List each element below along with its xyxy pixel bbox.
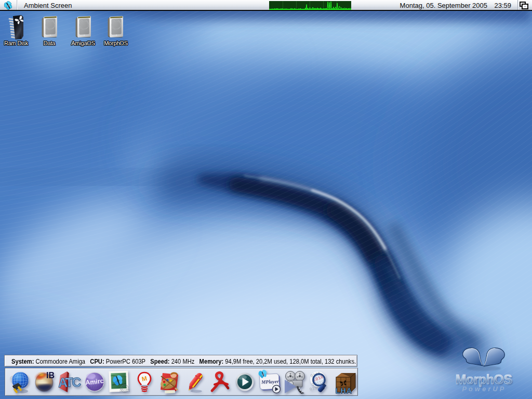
- svg-text:IB: IB: [46, 371, 55, 380]
- svg-text:LHA: LHA: [336, 387, 352, 395]
- svg-text:PowerUP: PowerUP: [462, 385, 506, 393]
- svg-text:MorphOS: MorphOS: [456, 372, 512, 387]
- svg-text:MPlayer: MPlayer: [261, 379, 280, 385]
- svg-text:ATC: ATC: [58, 375, 81, 390]
